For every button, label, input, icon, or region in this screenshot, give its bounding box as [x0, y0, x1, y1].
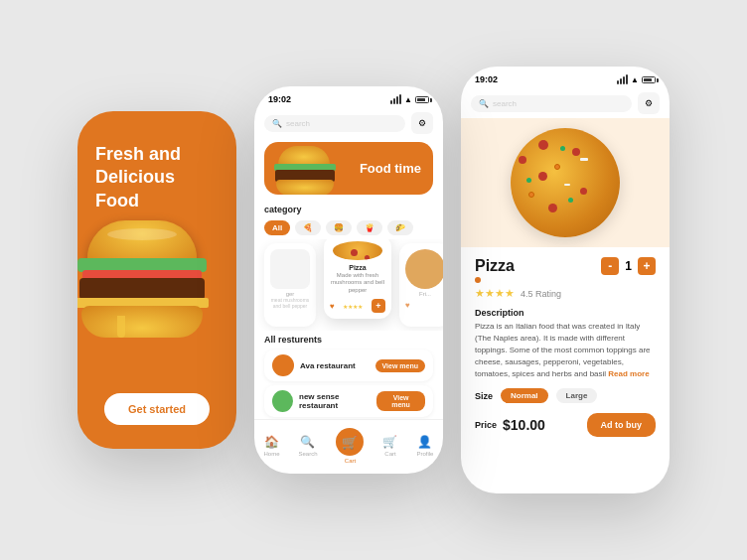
category-tab-wrap[interactable]: 🌮 — [387, 220, 413, 235]
nav-cart2[interactable]: 🛒 Cart — [382, 435, 397, 457]
nav-search-label: Search — [298, 451, 317, 457]
nav-profile-label: Profile — [416, 451, 433, 457]
bottom-nav: 🏠 Home 🔍 Search 🛒 Cart 🛒 Cart 👤 Profile — [254, 419, 443, 474]
read-more-link[interactable]: Read more — [608, 369, 649, 378]
food-card-featured[interactable]: Pizza Made with fresh mushrooms and bell… — [324, 239, 391, 319]
restaurant-avatar-2 — [272, 390, 293, 412]
restaurant-avatar-1 — [272, 354, 294, 376]
status-bar: 19:02 ▲ — [254, 86, 443, 108]
phone-detail: 19:02 ▲ 🔍 search ⚙ — [461, 67, 670, 493]
category-tab-pizza[interactable]: 🍕 — [295, 220, 321, 235]
search-row: 🔍 search ⚙ — [254, 108, 443, 138]
detail-status-time: 19:02 — [475, 74, 498, 84]
restaurant-name-2: new sense restaurant — [299, 392, 376, 410]
detail-battery-fill — [644, 78, 652, 81]
nav-home[interactable]: 🏠 Home — [263, 435, 279, 457]
status-icons: ▲ — [390, 94, 429, 104]
size-large[interactable]: Large — [556, 388, 598, 403]
food-card-label2: Fri... — [419, 291, 431, 297]
detail-search-placeholder: search — [493, 99, 517, 108]
size-label: Size — [475, 391, 493, 401]
status-time: 19:02 — [268, 94, 291, 104]
food-card-footer: ♥ ★★★★ + — [330, 299, 385, 313]
pizza-thumb — [333, 241, 382, 260]
detail-filter-button[interactable]: ⚙ — [638, 92, 660, 114]
nav-profile[interactable]: 👤 Profile — [416, 435, 433, 457]
detail-search-row: 🔍 search ⚙ — [461, 88, 670, 118]
bun-bottom — [81, 306, 203, 338]
view-menu-button-1[interactable]: View menu — [375, 359, 425, 372]
wifi-icon: ▲ — [404, 95, 412, 104]
category-tabs: All 🍕 🍔 🍟 🌮 — [264, 220, 433, 235]
detail-body: Pizza - 1 + ★★★★ 4.5 Rating Description … — [461, 247, 670, 493]
dot-orange — [475, 277, 481, 283]
restaurant-info-1: Ava restaurant — [272, 354, 356, 376]
hero-text: Food time — [360, 161, 421, 176]
battery-icon — [415, 96, 429, 103]
qty-decrement[interactable]: - — [601, 257, 619, 275]
search-icon: 🔍 — [272, 119, 282, 128]
food-card-item2[interactable]: Fri... ♥ — [399, 243, 443, 327]
get-started-button[interactable]: Get started — [104, 393, 210, 425]
nav-cart-label: Cart — [345, 458, 356, 464]
food-card-footer2: ♥ — [405, 301, 443, 310]
description-label: Description — [475, 308, 656, 318]
sauce-drip — [117, 316, 125, 338]
category-title: category — [264, 205, 433, 214]
food-card-img2 — [405, 249, 443, 289]
food-card-name: Pizza — [349, 264, 367, 271]
detail-search-box[interactable]: 🔍 search — [471, 95, 632, 112]
phone-splash: Fresh andDeliciousFood Get started — [77, 111, 236, 449]
search-nav-icon: 🔍 — [300, 435, 315, 449]
category-tab-all[interactable]: All — [264, 220, 290, 235]
filter-button[interactable]: ⚙ — [411, 112, 433, 134]
category-tab-burger[interactable]: 🍔 — [326, 220, 352, 235]
cart2-icon: 🛒 — [382, 435, 397, 449]
scene: Fresh andDeliciousFood Get started 19:02 — [0, 0, 747, 560]
home-icon: 🏠 — [264, 435, 279, 449]
signal-bars — [390, 94, 401, 104]
search-placeholder: search — [286, 119, 310, 128]
phone-browse: 19:02 ▲ 🔍 search ⚙ — [254, 86, 443, 474]
price-value: $10.00 — [503, 417, 545, 433]
category-tab-fries[interactable]: 🍟 — [357, 220, 382, 235]
detail-status-bar: 19:02 ▲ — [461, 67, 670, 88]
restaurant-item-1[interactable]: Ava restaurant View menu — [264, 350, 433, 381]
hero-food — [270, 146, 340, 195]
pizza-title-row: Pizza - 1 + — [475, 257, 656, 275]
restaurant-name-1: Ava restaurant — [300, 361, 356, 370]
restaurants-title: All resturents — [254, 331, 443, 348]
search-box[interactable]: 🔍 search — [264, 115, 405, 132]
nav-cart-active[interactable]: 🛒 Cart — [336, 428, 364, 464]
burger-image — [77, 220, 236, 389]
detail-search-icon: 🔍 — [479, 99, 489, 108]
size-normal[interactable]: Normal — [501, 388, 548, 403]
hero-banner: Food time — [264, 142, 433, 195]
detail-battery-icon — [642, 76, 656, 83]
add-to-cart-button[interactable]: + — [372, 299, 385, 313]
pizza-title: Pizza — [475, 257, 515, 275]
cart-active-icon: 🛒 — [336, 428, 364, 456]
restaurant-item-2[interactable]: new sense restaurant View menu — [264, 385, 433, 417]
food-card-item[interactable]: ger meat mushrooms and bell pepper — [264, 243, 316, 327]
price-label: Price — [475, 420, 497, 430]
qty-increment[interactable]: + — [638, 257, 656, 275]
battery-fill — [417, 98, 425, 101]
qty-value: 1 — [625, 259, 632, 273]
rating-stars: ★★★★ — [475, 287, 515, 300]
mini-burger — [270, 146, 340, 195]
profile-icon: 👤 — [417, 435, 432, 449]
food-card-desc: meat mushrooms and bell pepper — [270, 297, 310, 309]
nav-search[interactable]: 🔍 Search — [298, 435, 317, 457]
heart-icon2[interactable]: ♥ — [405, 301, 410, 310]
splash-headline: Fresh andDeliciousFood — [95, 143, 181, 212]
rating-stars: ★★★★ — [343, 303, 363, 310]
view-menu-button-2[interactable]: View menu — [376, 391, 425, 411]
nav-cart2-label: Cart — [384, 451, 395, 457]
rating-row: ★★★★ 4.5 Rating — [475, 287, 656, 300]
add-to-buy-button[interactable]: Ad to buy — [587, 413, 657, 437]
food-card-img — [270, 249, 310, 289]
qty-control: - 1 + — [601, 257, 656, 275]
heart-icon[interactable]: ♥ — [330, 302, 335, 311]
price-row: Price $10.00 Ad to buy — [475, 413, 656, 437]
